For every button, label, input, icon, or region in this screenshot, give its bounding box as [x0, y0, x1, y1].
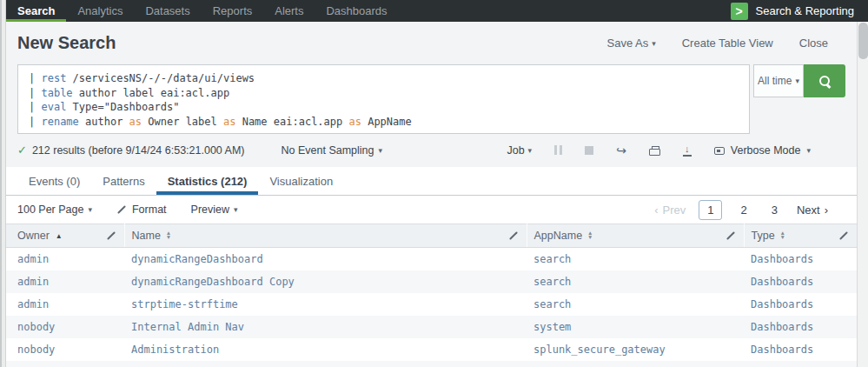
table-cell[interactable]: Dashboards	[744, 316, 857, 338]
time-range-picker[interactable]: All time ▾	[753, 64, 804, 97]
table-row	[6, 361, 857, 367]
results-bar: ✓ 212 results (before 9/14/24 6:53:21.00…	[17, 143, 845, 157]
window-edge	[0, 0, 6, 367]
results-toolbar: 100 Per Page ▾ Format Preview ▾ ‹ Prev 1…	[6, 196, 857, 224]
column-label: Owner	[17, 230, 50, 242]
close-button[interactable]: Close	[799, 37, 828, 50]
query-token: as	[129, 116, 142, 128]
table-cell[interactable]: system	[527, 316, 744, 338]
table-cell[interactable]: search	[527, 293, 744, 316]
table-cell[interactable]: nobody	[6, 316, 124, 338]
save-as-menu[interactable]: Save As ▾	[606, 37, 655, 50]
column-header-appname[interactable]: AppName▲▼	[527, 224, 744, 248]
print-icon[interactable]	[649, 149, 660, 156]
nav-item-analytics[interactable]: Analytics	[66, 0, 134, 22]
table-cell[interactable]: dynamicRangeDashboard	[124, 248, 527, 270]
share-job-icon[interactable]: ↪	[616, 144, 626, 157]
edit-column-icon[interactable]	[106, 230, 117, 241]
nav-item-dashboards[interactable]: Dashboards	[315, 0, 398, 22]
column-label: AppName	[534, 230, 583, 242]
table-cell[interactable]: Dashboards	[744, 270, 857, 293]
table-cell[interactable]	[124, 361, 527, 367]
table-cell[interactable]: Administration	[124, 338, 527, 361]
query-token: rename	[41, 116, 78, 128]
table-cell[interactable]: Internal Admin Nav	[124, 316, 527, 338]
table-cell[interactable]: nobody	[6, 338, 124, 361]
query-line: | rest /servicesNS/-/-/data/ui/views	[29, 71, 739, 86]
table-header-row: Owner▲Name▲▼AppName▲▼Type▲▼	[6, 224, 857, 248]
edit-column-icon[interactable]	[726, 230, 737, 241]
query-token: as	[348, 116, 361, 128]
tab-patterns[interactable]: Patterns	[91, 167, 156, 195]
results-tabs: Events (0)PatternsStatistics (212)Visual…	[6, 167, 857, 196]
query-token: |	[29, 101, 41, 113]
preview-menu[interactable]: Preview ▾	[191, 204, 238, 216]
chevron-down-icon: ▾	[234, 205, 238, 214]
query-token: AppName	[361, 116, 412, 128]
stop-job-icon[interactable]	[585, 146, 593, 155]
table-cell[interactable]	[744, 361, 857, 367]
tab-statistics-212[interactable]: Statistics (212)	[156, 167, 259, 195]
table-cell[interactable]	[527, 361, 744, 367]
table-cell[interactable]	[6, 361, 124, 367]
table-cell[interactable]: search	[527, 270, 744, 293]
job-menu[interactable]: Job ▾	[507, 144, 532, 157]
query-token: eval	[41, 101, 66, 113]
table-cell[interactable]: admin	[6, 293, 124, 316]
per-page-menu[interactable]: 100 Per Page ▾	[17, 204, 92, 216]
column-header-type[interactable]: Type▲▼	[744, 224, 857, 248]
search-query-input[interactable]: | rest /servicesNS/-/-/data/ui/views| ta…	[17, 64, 750, 134]
nav-item-reports[interactable]: Reports	[202, 0, 264, 22]
query-line: | rename author as Owner label as Name e…	[29, 115, 739, 130]
check-icon: ✓	[17, 143, 27, 157]
column-header-owner[interactable]: Owner▲	[6, 224, 124, 248]
nav-item-search[interactable]: Search	[6, 0, 66, 22]
search-mode-menu[interactable]: Verbose Mode ▾	[714, 144, 811, 157]
format-label: Format	[132, 204, 167, 216]
pagination: ‹ Prev 123 Next ›	[654, 200, 845, 220]
job-label: Job	[507, 144, 524, 157]
query-token: Type="Dashboards"	[66, 101, 179, 113]
page-button-1[interactable]: 1	[699, 200, 722, 220]
edit-column-icon[interactable]	[838, 230, 850, 241]
format-menu[interactable]: Format	[116, 204, 167, 216]
table-cell[interactable]: Dashboards	[744, 293, 857, 316]
create-table-view-label: Create Table View	[682, 37, 773, 50]
chevron-left-icon: ‹	[654, 204, 658, 217]
nav-item-alerts[interactable]: Alerts	[263, 0, 315, 22]
table-cell[interactable]: dynamicRangeDashboard Copy	[124, 270, 527, 293]
chevron-down-icon: ▾	[795, 77, 799, 85]
page-button-3[interactable]: 3	[765, 201, 784, 219]
edit-column-icon[interactable]	[508, 230, 520, 241]
next-label: Next	[797, 204, 820, 217]
prev-page-button: ‹ Prev	[654, 204, 686, 217]
table-cell[interactable]: Dashboards	[744, 248, 857, 270]
next-page-button[interactable]: Next ›	[797, 204, 828, 217]
page-button-2[interactable]: 2	[734, 201, 752, 219]
splunk-search-page: SearchAnalyticsDatasetsReportsAlertsDash…	[0, 0, 868, 367]
export-icon[interactable]: ↓	[683, 144, 692, 157]
query-token: rest	[41, 72, 66, 84]
table-cell[interactable]: admin	[6, 248, 124, 270]
main-content: New Search Save As ▾ Create Table View C…	[6, 22, 857, 367]
app-switcher[interactable]: > Search & Reporting	[731, 0, 868, 22]
search-header-band: New Search Save As ▾ Create Table View C…	[6, 22, 857, 167]
tab-events-0[interactable]: Events (0)	[17, 167, 91, 195]
table-cell[interactable]: admin	[6, 270, 124, 293]
create-table-view-button[interactable]: Create Table View	[682, 37, 773, 50]
table-cell[interactable]: strptime-strftime	[124, 293, 527, 316]
column-header-name[interactable]: Name▲▼	[124, 224, 527, 248]
table-cell[interactable]: search	[527, 248, 744, 270]
query-token: |	[29, 116, 41, 128]
search-button[interactable]	[804, 64, 845, 97]
scrollbar[interactable]	[857, 22, 868, 367]
chevron-down-icon: ▾	[88, 205, 92, 214]
tab-visualization[interactable]: Visualization	[258, 167, 344, 195]
table-cell[interactable]: splunk_secure_gateway	[527, 338, 744, 361]
event-sampling-menu[interactable]: No Event Sampling ▾	[282, 144, 383, 157]
pause-job-icon[interactable]	[554, 145, 562, 155]
table-cell[interactable]: Dashboards	[744, 338, 857, 361]
scrollbar-thumb[interactable]	[858, 23, 868, 59]
chevron-down-icon: ▾	[652, 39, 656, 48]
nav-item-datasets[interactable]: Datasets	[134, 0, 201, 22]
